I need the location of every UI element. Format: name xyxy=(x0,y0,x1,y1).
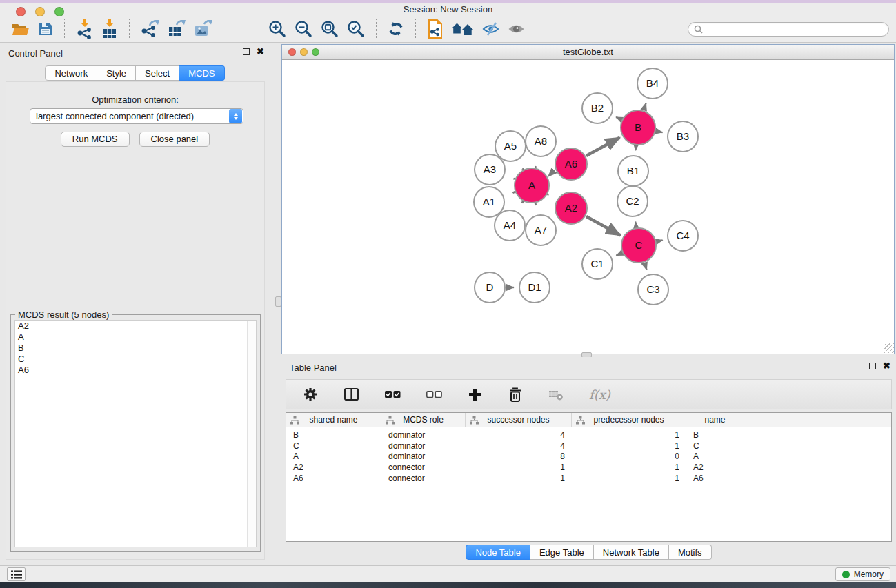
tab-select[interactable]: Select xyxy=(136,65,179,81)
home-view-button[interactable] xyxy=(448,18,478,40)
window-resize-grip[interactable] xyxy=(884,343,894,353)
graph-node-A3[interactable]: A3 xyxy=(475,154,505,185)
graph-edge-C-C1[interactable] xyxy=(616,253,621,256)
mcds-result-item[interactable]: A2 xyxy=(15,321,256,332)
close-panel-icon[interactable]: ✖ xyxy=(883,362,890,370)
network-window-titlebar[interactable]: testGlobe.txt xyxy=(282,45,894,60)
scrollbar-track[interactable] xyxy=(247,321,256,547)
maximize-view-button[interactable] xyxy=(312,48,319,56)
column-split-button[interactable] xyxy=(339,383,364,405)
close-view-button[interactable] xyxy=(288,48,296,56)
table-row[interactable]: Adominator80A xyxy=(286,452,891,463)
refresh-button[interactable] xyxy=(384,18,408,40)
network-graph-canvas[interactable]: B4B2BB3A8A5A6A3B1AC2A1A2A4A7C4CC1C3DD1 xyxy=(282,61,894,354)
run-mcds-button[interactable]: Run MCDS xyxy=(61,132,130,147)
table-cell-name[interactable]: C xyxy=(686,441,744,451)
memory-button[interactable]: Memory xyxy=(835,567,890,581)
graph-edge-C-C3[interactable] xyxy=(644,263,646,270)
graph-node-A4[interactable]: A4 xyxy=(495,210,525,241)
graph-edge-C-C2[interactable] xyxy=(635,222,636,227)
table-cell-shared-name[interactable]: B xyxy=(286,430,381,440)
tab-style[interactable]: Style xyxy=(97,65,136,81)
graph-edge-B-B4[interactable] xyxy=(644,103,646,110)
select-all-button[interactable] xyxy=(381,383,405,405)
tab-mcds[interactable]: MCDS xyxy=(179,65,224,81)
table-cell-successor-nodes[interactable]: 1 xyxy=(466,474,572,483)
table-cell-shared-name[interactable]: A xyxy=(286,452,381,461)
graph-node-B[interactable]: B xyxy=(621,110,655,145)
graph-node-C3[interactable]: C3 xyxy=(638,274,668,305)
table-cell-shared-name[interactable]: A6 xyxy=(286,474,381,483)
mcds-result-item[interactable]: C xyxy=(15,354,256,365)
function-builder-button[interactable]: f(x) xyxy=(585,383,615,405)
clone-network-button[interactable] xyxy=(423,18,448,40)
table-cell-name[interactable]: A2 xyxy=(686,463,744,472)
table-cell-predecessor-nodes[interactable]: 1 xyxy=(572,430,686,440)
mcds-result-item[interactable]: B xyxy=(15,343,256,354)
close-window-button[interactable] xyxy=(16,7,26,17)
graph-edge-B-B1[interactable] xyxy=(635,146,636,150)
maximize-window-button[interactable] xyxy=(54,7,64,17)
graph-edge-A6-B[interactable] xyxy=(586,137,620,156)
table-settings-button[interactable] xyxy=(299,383,322,405)
graph-edge-A-A2[interactable] xyxy=(548,195,548,196)
graph-node-A8[interactable]: A8 xyxy=(526,126,556,156)
graph-node-B3[interactable]: B3 xyxy=(668,121,698,152)
graph-node-A7[interactable]: A7 xyxy=(526,215,556,245)
search-field[interactable] xyxy=(688,22,889,37)
graph-node-D[interactable]: D xyxy=(475,272,505,303)
graph-edge-A2-C[interactable] xyxy=(586,216,621,235)
graph-node-A5[interactable]: A5 xyxy=(495,131,526,161)
open-file-button[interactable] xyxy=(7,18,34,40)
graph-node-A6[interactable]: A6 xyxy=(555,148,587,180)
table-cell-successor-nodes[interactable]: 8 xyxy=(466,452,572,461)
close-panel-icon[interactable]: ✖ xyxy=(257,48,264,56)
graph-edge-A-A1[interactable] xyxy=(513,192,515,193)
criterion-select[interactable]: largest connected component (directed) xyxy=(30,108,243,124)
table-cell-mcds-role[interactable]: connector xyxy=(381,463,466,472)
float-panel-icon[interactable] xyxy=(243,48,250,55)
float-panel-icon[interactable] xyxy=(869,363,876,369)
table-cell-name[interactable]: A6 xyxy=(686,474,744,483)
graph-node-D1[interactable]: D1 xyxy=(519,272,550,303)
table-cell-predecessor-nodes[interactable]: 1 xyxy=(572,441,686,451)
graph-edge-B-B2[interactable] xyxy=(616,117,621,120)
graph-node-C4[interactable]: C4 xyxy=(668,221,698,251)
graph-node-B2[interactable]: B2 xyxy=(582,93,613,123)
table-row[interactable]: A2connector11A2 xyxy=(286,462,891,473)
zoom-fit-button[interactable] xyxy=(317,18,343,40)
export-table-button[interactable] xyxy=(163,18,190,40)
search-input[interactable] xyxy=(706,24,883,34)
graph-edge-B-B3[interactable] xyxy=(657,131,663,132)
graph-node-A2[interactable]: A2 xyxy=(555,192,587,224)
table-cell-predecessor-nodes[interactable]: 0 xyxy=(572,452,686,461)
hide-graphics-details-button[interactable] xyxy=(478,18,504,40)
graph-node-C[interactable]: C xyxy=(621,228,656,263)
mcds-result-item[interactable]: A xyxy=(15,332,256,343)
column-header-name[interactable]: name xyxy=(686,413,744,427)
minimize-window-button[interactable] xyxy=(35,7,45,17)
add-row-button[interactable] xyxy=(464,383,486,405)
mcds-result-item[interactable]: A6 xyxy=(15,365,256,376)
graph-node-C2[interactable]: C2 xyxy=(617,186,648,216)
task-history-button[interactable] xyxy=(7,567,26,581)
table-cell-name[interactable]: A xyxy=(686,452,744,461)
close-panel-button[interactable]: Close panel xyxy=(139,132,210,147)
delete-row-button[interactable] xyxy=(504,383,527,405)
graph-edge-A-A4[interactable] xyxy=(522,202,523,203)
import-network-button[interactable] xyxy=(72,18,97,40)
graph-edge-C-C4[interactable] xyxy=(657,240,662,241)
zoom-out-button[interactable] xyxy=(290,18,317,40)
minimize-view-button[interactable] xyxy=(300,48,308,56)
save-session-button[interactable] xyxy=(34,18,57,40)
table-cell-predecessor-nodes[interactable]: 1 xyxy=(572,463,686,472)
tab-edge-table[interactable]: Edge Table xyxy=(530,545,594,560)
table-cell-mcds-role[interactable]: dominator xyxy=(381,441,466,451)
deselect-all-button[interactable] xyxy=(422,383,446,405)
import-table-button[interactable] xyxy=(97,18,122,40)
table-cell-successor-nodes[interactable]: 1 xyxy=(466,463,572,472)
mcds-result-list[interactable]: A2ABCA6 xyxy=(14,320,257,547)
table-cell-name[interactable]: B xyxy=(686,430,744,440)
show-graphics-details-button[interactable] xyxy=(504,18,529,40)
table-cell-mcds-role[interactable]: dominator xyxy=(381,452,466,461)
